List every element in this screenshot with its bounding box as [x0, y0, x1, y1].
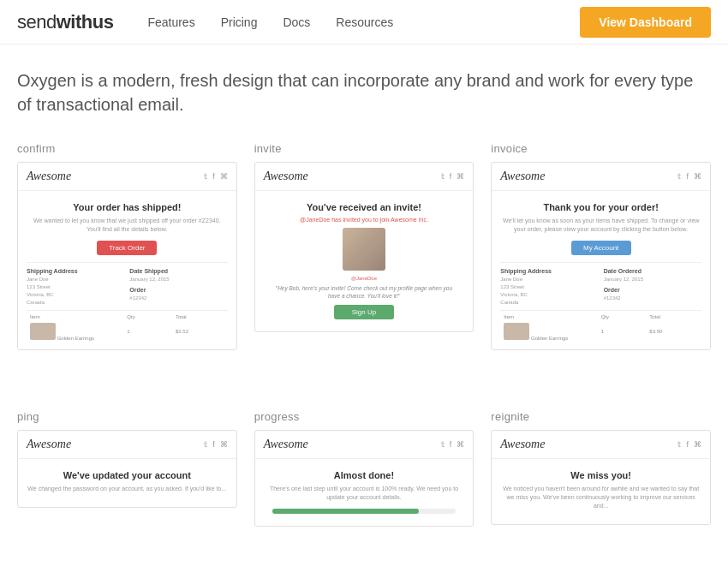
invite-avatar — [343, 228, 385, 271]
reignite-social-icons: 𝕥 f ⌘ — [677, 440, 701, 449]
invoice-account-button[interactable]: My Account — [571, 241, 631, 255]
confirm-preview: Awesome 𝕥 f ⌘ Your order has shipped! We… — [17, 162, 237, 350]
ping-social-icons: 𝕥 f ⌘ — [204, 440, 228, 449]
confirm-shipping-title: Shipping Address — [27, 268, 124, 274]
progress-social-icons: 𝕥 f ⌘ — [441, 440, 465, 449]
invite-email-title: You've received an invite! — [264, 201, 465, 213]
twitter-icon: 𝕥 — [677, 440, 681, 449]
invoice-th-item: Item — [504, 314, 600, 319]
invoice-date-col: Date Ordered January 12, 2015 Order #123… — [604, 268, 701, 307]
invoice-item-qty: 1 — [601, 329, 650, 334]
templates-section: confirm Awesome 𝕥 f ⌘ Your order has shi… — [0, 134, 728, 578]
ping-email-body: We've updated your account We changed th… — [18, 459, 236, 507]
invite-email-logo: Awesome — [264, 170, 308, 183]
invoice-order-title: Order — [604, 287, 701, 293]
ping-label: ping — [17, 410, 237, 423]
reignite-template-wrapper: reignite Awesome 𝕥 f ⌘ We miss you! We n… — [491, 410, 711, 527]
reignite-label: reignite — [491, 410, 711, 423]
progress-label: progress — [254, 410, 474, 423]
invoice-th-qty: Qty — [601, 314, 650, 319]
invoice-date-title: Date Ordered — [604, 268, 701, 274]
invite-quote: "Hey Bob, here's your invite! Come check… — [264, 284, 465, 300]
confirm-email-title: Your order has shipped! — [27, 201, 228, 213]
invoice-table-row: Golden Earrings 1 $3.50 — [500, 321, 701, 343]
confirm-item-qty: 1 — [127, 329, 176, 334]
reignite-email-subtitle: We noticed you haven't been around for a… — [500, 485, 701, 509]
ping-email-subtitle: We changed the password on your account,… — [27, 485, 228, 493]
facebook-icon: f — [212, 172, 215, 181]
confirm-email-subtitle: We wanted to let you know that we just s… — [27, 217, 228, 234]
reignite-email-body: We miss you! We noticed you haven't been… — [492, 459, 710, 524]
progress-bar-outer — [272, 509, 456, 514]
invoice-email-logo: Awesome — [500, 170, 545, 183]
confirm-social-icons: 𝕥 f ⌘ — [204, 172, 228, 181]
invite-preview: Awesome 𝕥 f ⌘ You've received an invite!… — [254, 162, 474, 332]
section-spacer — [17, 376, 711, 410]
ping-preview: Awesome 𝕥 f ⌘ We've updated your account… — [17, 430, 237, 508]
progress-email-body: Almost done! There's one last step until… — [255, 459, 474, 526]
invoice-th-total: Total — [649, 314, 698, 319]
ping-template-wrapper: ping Awesome 𝕥 f ⌘ We've updated your ac… — [17, 410, 237, 527]
navbar: sendwithus Features Pricing Docs Resourc… — [0, 0, 728, 45]
view-dashboard-button[interactable]: View Dashboard — [580, 7, 711, 38]
invite-signup-button[interactable]: Sign Up — [334, 305, 394, 319]
rss-icon: ⌘ — [456, 172, 464, 181]
progress-email-title: Almost done! — [264, 469, 465, 481]
invite-label: invite — [254, 142, 474, 155]
confirm-table-header: Item Qty Total — [27, 310, 228, 321]
progress-template-wrapper: progress Awesome 𝕥 f ⌘ Almost done! Ther… — [254, 410, 474, 527]
logo-prefix: send — [17, 11, 57, 33]
invoice-item-thumb: Golden Earrings — [504, 323, 600, 341]
progress-bar-inner — [272, 509, 420, 514]
confirm-shipping-col: Shipping Address Jane Doe123 StreetVicto… — [27, 268, 124, 307]
nav-docs[interactable]: Docs — [283, 15, 310, 29]
progress-email-logo: Awesome — [264, 438, 308, 451]
progress-email-header: Awesome 𝕥 f ⌘ — [255, 431, 474, 459]
confirm-track-button[interactable]: Track Order — [97, 241, 157, 255]
invoice-label: invoice — [491, 142, 711, 155]
invoice-order-text: #12342 — [604, 295, 701, 302]
nav-pricing[interactable]: Pricing — [221, 15, 258, 29]
twitter-icon: 𝕥 — [204, 440, 207, 449]
confirm-shipping-text: Jane Doe123 StreetVictoria, BCCanada — [27, 276, 124, 307]
nav-features[interactable]: Features — [147, 15, 194, 29]
rss-icon: ⌘ — [220, 440, 228, 449]
twitter-icon: 𝕥 — [204, 172, 207, 181]
confirm-table-row: Golden Earrings 1 $2.52 — [27, 321, 228, 343]
invoice-template-wrapper: invoice Awesome 𝕥 f ⌘ Thank you for your… — [491, 142, 711, 350]
reignite-email-header: Awesome 𝕥 f ⌘ — [492, 431, 710, 459]
confirm-template-wrapper: confirm Awesome 𝕥 f ⌘ Your order has shi… — [17, 142, 237, 350]
invite-social-icons: 𝕥 f ⌘ — [441, 172, 465, 181]
twitter-icon: 𝕥 — [441, 440, 445, 449]
facebook-icon: f — [450, 440, 452, 449]
hero-text: Oxygen is a modern, fresh design that ca… — [17, 69, 711, 116]
invoice-item-price: $3.50 — [649, 329, 698, 334]
ping-email-title: We've updated your account — [27, 469, 228, 481]
logo[interactable]: sendwithus — [17, 11, 113, 33]
progress-email-subtitle: There's one last step until your account… — [264, 485, 465, 502]
confirm-email-body: Your order has shipped! We wanted to let… — [18, 191, 236, 349]
confirm-address-section: Shipping Address Jane Doe123 StreetVicto… — [27, 262, 228, 307]
ping-email-header: Awesome 𝕥 f ⌘ — [18, 431, 236, 459]
facebook-icon: f — [686, 440, 689, 449]
confirm-th-qty: Qty — [127, 314, 176, 319]
confirm-order-text: #12342 — [129, 295, 227, 302]
ping-email-logo: Awesome — [27, 438, 71, 451]
nav-resources[interactable]: Resources — [336, 15, 393, 29]
twitter-icon: 𝕥 — [441, 172, 445, 181]
invoice-preview: Awesome 𝕥 f ⌘ Thank you for your order! … — [491, 162, 711, 350]
rss-icon: ⌘ — [694, 172, 701, 181]
facebook-icon: f — [450, 172, 452, 181]
confirm-item-thumb: Golden Earrings — [30, 323, 127, 341]
confirm-item-price: $2.52 — [176, 329, 224, 334]
confirm-email-logo: Awesome — [27, 170, 71, 183]
rss-icon: ⌘ — [220, 172, 228, 181]
confirm-order-title: Order — [129, 287, 227, 293]
reignite-email-logo: Awesome — [500, 438, 545, 451]
invoice-email-header: Awesome 𝕥 f ⌘ — [492, 163, 710, 191]
bottom-templates-row: ping Awesome 𝕥 f ⌘ We've updated your ac… — [17, 410, 711, 527]
invoice-date-text: January 12, 2015 — [604, 276, 701, 283]
progress-preview: Awesome 𝕥 f ⌘ Almost done! There's one l… — [254, 430, 474, 527]
confirm-date-title: Date Shipped — [129, 268, 227, 274]
rss-icon: ⌘ — [694, 440, 701, 449]
